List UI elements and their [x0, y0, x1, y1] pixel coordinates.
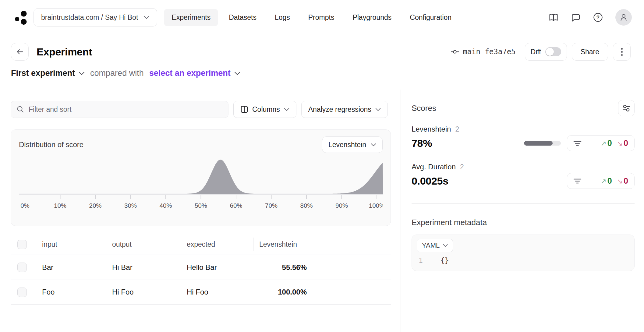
feedback-button[interactable]: [571, 12, 581, 22]
metric-value: 0.0025s: [412, 175, 448, 187]
sliders-icon: [622, 104, 631, 113]
arrow-down-right-icon: [617, 139, 623, 148]
metric-count-badge: 2: [460, 163, 464, 171]
help-circle-icon: ?: [593, 12, 603, 23]
tab-configuration[interactable]: Configuration: [402, 9, 459, 26]
filter-icon: [573, 140, 582, 147]
columns-icon: [240, 105, 248, 113]
commit-icon: [451, 48, 459, 55]
cell-input: Foo: [36, 288, 106, 296]
svg-text:60%: 60%: [230, 202, 242, 209]
row-checkbox[interactable]: [17, 263, 27, 272]
regressions-delta: 0: [617, 139, 628, 148]
docs-button[interactable]: [548, 12, 559, 22]
tab-prompts[interactable]: Prompts: [301, 9, 342, 26]
braintrust-logo-icon: [12, 9, 30, 26]
chart-title: Distribution of score: [19, 140, 83, 149]
tab-logs[interactable]: Logs: [267, 9, 298, 26]
chart-metric-selector[interactable]: Levenshtein: [322, 136, 383, 153]
duration-regressions-pill[interactable]: 0 0: [567, 173, 635, 189]
metric-value: 78%: [412, 137, 432, 149]
columns-label: Columns: [252, 105, 280, 114]
nav-right-icons: ?: [548, 9, 632, 26]
select-all-checkbox[interactable]: [17, 240, 27, 249]
metadata-title: Experiment metadata: [412, 218, 635, 227]
cell-expected: Hi Foo: [181, 288, 253, 296]
cell-score: 55.56%: [253, 263, 315, 272]
experiment-name: First experiment: [11, 69, 75, 78]
compared-with-label: compared with: [90, 69, 144, 78]
arrow-down-right-icon: [617, 176, 623, 186]
svg-text:90%: 90%: [335, 202, 348, 209]
tab-datasets[interactable]: Datasets: [221, 9, 264, 26]
table-row[interactable]: Foo Hi Foo Hi Foo 100.00%: [11, 280, 391, 305]
cell-score: 100.00%: [253, 288, 315, 296]
filter-search-box[interactable]: [11, 101, 228, 118]
user-avatar[interactable]: [615, 9, 632, 26]
arrow-up-right-icon: [600, 139, 606, 148]
levenshtein-regressions-pill[interactable]: 0 0: [567, 135, 635, 151]
table-row[interactable]: Bar Hi Bar Hello Bar 55.56%: [11, 255, 391, 280]
regressions-delta: 0: [617, 176, 628, 186]
book-icon: [548, 12, 559, 22]
metadata-code-line[interactable]: 1 {}: [417, 256, 629, 264]
chevron-down-icon: [443, 244, 448, 247]
score-progress-bar: [524, 141, 561, 146]
analyze-regressions-button[interactable]: Analyze regressions: [301, 101, 388, 118]
improvements-delta: 0: [600, 176, 612, 186]
tab-playgrounds[interactable]: Playgrounds: [345, 9, 399, 26]
kebab-icon: [621, 48, 623, 50]
column-header-input[interactable]: input: [36, 234, 106, 255]
chevron-down-icon: [79, 72, 85, 75]
column-header-expected[interactable]: expected: [181, 234, 253, 255]
more-options-button[interactable]: [613, 43, 631, 61]
filter-input[interactable]: [29, 105, 223, 114]
column-header-levenshtein[interactable]: Levenshtein: [253, 234, 315, 255]
distribution-chart: 0%10%20%30%40%50%60%70%80%90%100%: [19, 155, 383, 212]
help-button[interactable]: ?: [593, 12, 603, 23]
cell-output: Hi Bar: [106, 263, 181, 272]
cell-input: Bar: [36, 263, 106, 272]
metadata-format-selector[interactable]: YAML: [417, 239, 453, 252]
share-button[interactable]: Share: [572, 43, 608, 61]
select-experiment-dropdown[interactable]: select an experiment: [149, 69, 240, 78]
score-distribution-card: Distribution of score Levenshtein 0%10%2…: [11, 129, 391, 226]
svg-text:20%: 20%: [89, 202, 101, 209]
chart-metric-label: Levenshtein: [328, 141, 366, 149]
row-checkbox[interactable]: [17, 288, 27, 297]
project-selector[interactable]: braintrustdata.com / Say Hi Bot: [34, 8, 157, 26]
line-number: 1: [419, 256, 428, 264]
svg-text:50%: 50%: [195, 202, 207, 209]
top-nav: braintrustdata.com / Say Hi Bot Experime…: [0, 0, 644, 35]
arrow-up-right-icon: [600, 176, 606, 186]
experiment-name-dropdown[interactable]: First experiment: [11, 69, 85, 78]
cell-output: Hi Foo: [106, 288, 181, 296]
arrow-left-icon: [16, 48, 24, 56]
git-branch-info: main fe3a7e5: [451, 48, 515, 56]
share-label: Share: [581, 48, 599, 56]
diff-toggle-button[interactable]: Diff: [525, 43, 567, 61]
content-area: Columns Analyze regressions Distribution…: [0, 90, 644, 332]
svg-text:30%: 30%: [124, 202, 137, 209]
diff-label: Diff: [531, 48, 541, 56]
select-experiment-label: select an experiment: [149, 69, 231, 78]
svg-text:10%: 10%: [54, 202, 66, 209]
columns-button[interactable]: Columns: [233, 101, 296, 118]
back-button[interactable]: [11, 43, 29, 61]
tab-experiments[interactable]: Experiments: [164, 9, 218, 26]
cell-expected: Hello Bar: [181, 263, 253, 272]
main-column: Columns Analyze regressions Distribution…: [0, 90, 401, 332]
svg-text:70%: 70%: [265, 202, 278, 209]
scores-settings-button[interactable]: [618, 100, 635, 116]
chevron-down-icon: [284, 108, 289, 111]
scores-sidebar: Scores Levenshtein 2 78%: [401, 90, 644, 332]
improvements-delta: 0: [600, 139, 612, 148]
column-header-output[interactable]: output: [106, 234, 181, 255]
metric-name-label: Levenshtein: [412, 125, 451, 133]
project-selector-label: braintrustdata.com / Say Hi Bot: [41, 13, 138, 22]
chevron-down-icon: [234, 72, 240, 75]
diff-switch[interactable]: [545, 47, 561, 56]
metric-name-label: Avg. Duration: [412, 163, 456, 171]
page-header: Experiment main fe3a7e5 Diff Share: [0, 35, 644, 90]
toolbar: Columns Analyze regressions: [11, 101, 391, 118]
